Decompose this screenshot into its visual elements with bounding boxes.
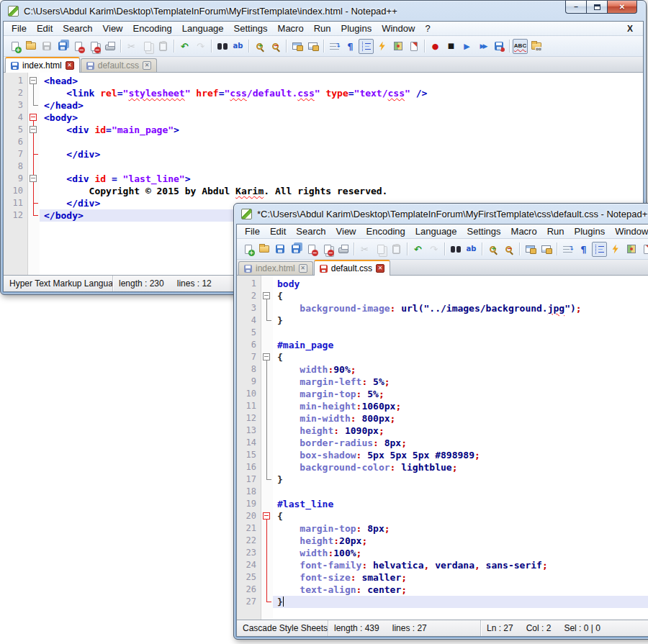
code-line[interactable]: 25 font-size: smaller; (237, 571, 648, 584)
fold-collapse-box[interactable] (263, 512, 270, 520)
sync-horizontal-button[interactable] (305, 39, 320, 54)
sync-vertical-button[interactable] (289, 39, 305, 54)
fold-collapse-box[interactable] (30, 175, 37, 182)
menu-search[interactable]: Search (291, 226, 330, 237)
code-line[interactable]: 5 <div id="main_page"> (4, 124, 643, 136)
menu-macro[interactable]: Macro (506, 226, 542, 237)
macro-record-button[interactable]: ● (428, 39, 443, 54)
function-list-button[interactable] (608, 242, 623, 257)
close-file-button[interactable]: − (304, 242, 319, 257)
code-line[interactable]: 17} (237, 473, 648, 486)
undo-button[interactable]: ↶ (410, 242, 426, 257)
cut-button[interactable]: ✂ (124, 39, 139, 54)
replace-button[interactable]: ab (230, 39, 246, 54)
menu-run[interactable]: Run (309, 23, 336, 34)
code-editor[interactable]: 1body2{3 background-image: url("../image… (237, 276, 648, 620)
code-line[interactable]: 5 (237, 327, 648, 339)
print-button[interactable] (336, 242, 351, 257)
macro-stop-button[interactable]: ■ (444, 39, 459, 54)
code-line[interactable]: 18 (237, 486, 648, 498)
menu-settings[interactable]: Settings (229, 23, 273, 34)
macro-run-multiple-button[interactable]: ▶▶ (475, 39, 490, 54)
code-line[interactable]: 4<body> (4, 112, 643, 124)
fold-collapse-box[interactable] (30, 126, 37, 133)
close-all-button[interactable]: − (86, 39, 102, 54)
code-line[interactable]: 12 min-width: 800px; (237, 412, 648, 425)
code-line[interactable]: 21 margin-top: 8px; (237, 522, 648, 535)
code-line[interactable]: 3 background-image: url("../images/backg… (237, 302, 648, 314)
zoom-in-button[interactable]: + (252, 39, 267, 54)
code-line[interactable]: 3</head> (4, 99, 643, 112)
menu-file[interactable]: File (6, 23, 32, 34)
menu-plugins[interactable]: Plugins (336, 23, 377, 34)
title-bar[interactable]: *C:\Users\Abdul Karim\Desktop\TemplateIn… (234, 204, 648, 224)
menu-run[interactable]: Run (542, 226, 570, 237)
menu-settings[interactable]: Settings (462, 226, 506, 237)
menu-view[interactable]: View (331, 226, 361, 237)
document-map-button[interactable] (390, 39, 405, 54)
new-file-button[interactable]: + (7, 39, 22, 54)
paste-button[interactable] (389, 242, 404, 257)
word-wrap-button[interactable] (327, 39, 342, 54)
menu-language[interactable]: Language (410, 226, 462, 237)
code-line[interactable]: 23 width:100%; (237, 547, 648, 559)
code-line[interactable]: 4} (237, 314, 648, 327)
code-line[interactable]: 9 <div id = "last_line"> (4, 173, 643, 185)
code-line[interactable]: 20{ (237, 510, 648, 522)
menu-window[interactable]: Window (610, 226, 648, 237)
code-line[interactable]: 6 (4, 136, 643, 148)
menu-edit[interactable]: Edit (32, 23, 58, 34)
menu-[interactable]: ? (420, 23, 435, 34)
menu-close-x[interactable]: X (620, 24, 640, 34)
code-line[interactable]: 8 width:90%; (237, 363, 648, 376)
fold-collapse-box[interactable] (263, 353, 270, 360)
code-line[interactable]: 1body (237, 278, 648, 290)
menu-encoding[interactable]: Encoding (128, 23, 177, 34)
tab-close-icon[interactable]: ✕ (299, 264, 307, 273)
word-wrap-button[interactable] (560, 242, 575, 257)
find-button[interactable] (215, 39, 230, 54)
copy-button[interactable] (140, 39, 155, 54)
menu-macro[interactable]: Macro (273, 23, 309, 34)
menu-search[interactable]: Search (58, 23, 97, 34)
code-line[interactable]: 10 Copyright © 2015 by Abdul Karim. All … (4, 185, 643, 197)
code-line[interactable]: 7 </div> (4, 148, 643, 160)
menu-language[interactable]: Language (177, 23, 229, 34)
maximize-button[interactable] (586, 1, 607, 14)
show-all-characters-button[interactable]: ¶ (343, 39, 358, 54)
zoom-out-button[interactable]: − (501, 242, 516, 257)
doc-switcher-button[interactable] (639, 242, 648, 257)
show-all-characters-button[interactable]: ¶ (576, 242, 591, 257)
code-line[interactable]: 27} (237, 596, 648, 608)
print-button[interactable] (102, 39, 117, 54)
code-line[interactable]: 10 margin-top: 5%; (237, 388, 648, 400)
paste-button[interactable] (156, 39, 171, 54)
undo-button[interactable]: ↶ (177, 39, 192, 54)
indent-guide-button[interactable] (359, 39, 374, 54)
save-all-button[interactable] (55, 39, 70, 54)
minimize-button[interactable]: – (565, 1, 586, 14)
zoom-in-button[interactable]: + (485, 242, 500, 257)
zoom-out-button[interactable]: − (268, 39, 283, 54)
tab-close-icon[interactable]: ✕ (143, 61, 151, 70)
function-list-button[interactable] (374, 39, 390, 54)
code-line[interactable]: 13 height: 1090px; (237, 425, 648, 437)
code-line[interactable]: 2 <link rel="stylesheet" href="css/defau… (4, 87, 643, 99)
close-all-button[interactable]: − (320, 242, 335, 257)
menu-encoding[interactable]: Encoding (361, 226, 410, 237)
code-line[interactable]: 24 font-family: helvatica, verdana, sans… (237, 559, 648, 571)
fold-collapse-box[interactable] (30, 114, 37, 121)
replace-button[interactable]: ab (464, 242, 479, 257)
copy-button[interactable] (373, 242, 388, 257)
new-file-button[interactable]: + (240, 242, 256, 257)
document-map-button[interactable] (624, 242, 639, 257)
redo-button[interactable]: ↷ (426, 242, 441, 257)
menu-plugins[interactable]: Plugins (570, 226, 611, 237)
menu-window[interactable]: Window (377, 23, 420, 34)
tab-default-css[interactable]: default.css✕ (81, 58, 157, 72)
code-line[interactable]: 16 background-color: lightblue; (237, 461, 648, 473)
save-file-button[interactable] (272, 242, 287, 257)
code-line[interactable]: 7{ (237, 351, 648, 363)
macro-play-button[interactable]: ▶ (459, 39, 474, 54)
title-bar[interactable]: C:\Users\Abdul Karim\Desktop\TemplateInF… (1, 1, 646, 21)
